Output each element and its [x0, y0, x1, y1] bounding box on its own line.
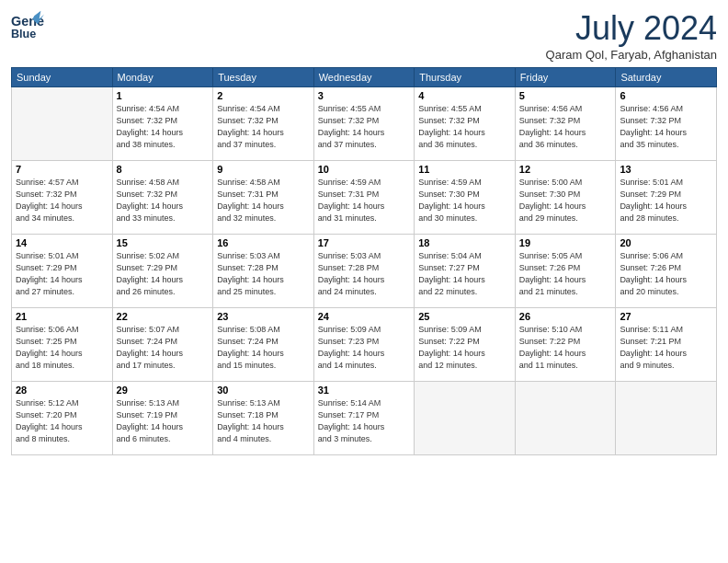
calendar-day-cell: 31Sunrise: 5:14 AM Sunset: 7:17 PM Dayli…	[313, 382, 415, 455]
day-info: Sunrise: 4:56 AM Sunset: 7:32 PM Dayligh…	[519, 103, 612, 151]
day-number: 28	[16, 385, 108, 396]
day-number: 21	[16, 311, 108, 322]
col-tuesday: Tuesday	[213, 68, 314, 87]
day-info: Sunrise: 5:10 AM Sunset: 7:22 PM Dayligh…	[519, 324, 612, 372]
calendar-day-cell: 30Sunrise: 5:13 AM Sunset: 7:18 PM Dayli…	[213, 382, 314, 455]
calendar-day-cell: 6Sunrise: 4:56 AM Sunset: 7:32 PM Daylig…	[616, 87, 717, 161]
day-info: Sunrise: 4:57 AM Sunset: 7:32 PM Dayligh…	[16, 177, 108, 224]
title-area: July 2024 Qaram Qol, Faryab, Afghanistan	[546, 9, 717, 62]
calendar-header-row: Sunday Monday Tuesday Wednesday Thursday…	[12, 68, 717, 87]
day-number: 27	[620, 311, 712, 322]
day-number: 25	[418, 311, 511, 322]
calendar-day-cell: 14Sunrise: 5:01 AM Sunset: 7:29 PM Dayli…	[12, 235, 113, 308]
day-info: Sunrise: 5:12 AM Sunset: 7:20 PM Dayligh…	[16, 397, 108, 445]
day-info: Sunrise: 5:03 AM Sunset: 7:28 PM Dayligh…	[217, 250, 310, 298]
day-number: 10	[318, 164, 411, 175]
calendar-day-cell: 1Sunrise: 4:54 AM Sunset: 7:32 PM Daylig…	[112, 87, 213, 161]
day-info: Sunrise: 5:09 AM Sunset: 7:23 PM Dayligh…	[318, 324, 411, 372]
calendar-day-cell	[616, 382, 717, 455]
day-info: Sunrise: 5:13 AM Sunset: 7:19 PM Dayligh…	[117, 397, 210, 445]
logo: General Blue	[11, 9, 44, 42]
logo-icon: General Blue	[11, 9, 44, 42]
day-number: 1	[117, 90, 210, 101]
day-info: Sunrise: 4:54 AM Sunset: 7:32 PM Dayligh…	[117, 103, 210, 151]
day-number: 8	[117, 164, 210, 175]
day-info: Sunrise: 4:56 AM Sunset: 7:32 PM Dayligh…	[620, 103, 712, 151]
calendar-day-cell	[12, 87, 113, 161]
calendar-day-cell: 29Sunrise: 5:13 AM Sunset: 7:19 PM Dayli…	[112, 382, 213, 455]
day-info: Sunrise: 4:54 AM Sunset: 7:32 PM Dayligh…	[217, 103, 310, 151]
day-number: 2	[217, 90, 310, 101]
calendar-table: Sunday Monday Tuesday Wednesday Thursday…	[11, 67, 717, 455]
day-number: 14	[16, 237, 108, 248]
day-number: 6	[620, 90, 712, 101]
calendar-day-cell	[515, 382, 616, 455]
day-info: Sunrise: 4:58 AM Sunset: 7:32 PM Dayligh…	[117, 177, 210, 224]
calendar-day-cell: 28Sunrise: 5:12 AM Sunset: 7:20 PM Dayli…	[12, 382, 113, 455]
day-number: 9	[217, 164, 310, 175]
day-info: Sunrise: 5:03 AM Sunset: 7:28 PM Dayligh…	[318, 250, 411, 298]
day-number: 3	[318, 90, 411, 101]
calendar-day-cell: 10Sunrise: 4:59 AM Sunset: 7:31 PM Dayli…	[313, 161, 415, 235]
calendar-day-cell: 26Sunrise: 5:10 AM Sunset: 7:22 PM Dayli…	[515, 308, 616, 382]
day-number: 22	[117, 311, 210, 322]
location-subtitle: Qaram Qol, Faryab, Afghanistan	[546, 48, 717, 62]
page-header: General Blue July 2024 Qaram Qol, Faryab…	[11, 9, 717, 62]
day-number: 29	[117, 385, 210, 396]
day-info: Sunrise: 5:01 AM Sunset: 7:29 PM Dayligh…	[16, 250, 108, 298]
day-info: Sunrise: 4:59 AM Sunset: 7:30 PM Dayligh…	[418, 177, 511, 224]
day-number: 11	[418, 164, 511, 175]
day-number: 18	[418, 237, 511, 248]
day-number: 7	[16, 164, 108, 175]
calendar-day-cell: 2Sunrise: 4:54 AM Sunset: 7:32 PM Daylig…	[213, 87, 314, 161]
col-saturday: Saturday	[616, 68, 717, 87]
day-number: 24	[318, 311, 411, 322]
day-number: 12	[519, 164, 612, 175]
col-wednesday: Wednesday	[313, 68, 415, 87]
day-number: 4	[418, 90, 511, 101]
day-number: 23	[217, 311, 310, 322]
calendar-day-cell: 3Sunrise: 4:55 AM Sunset: 7:32 PM Daylig…	[313, 87, 415, 161]
col-sunday: Sunday	[12, 68, 113, 87]
day-number: 16	[217, 237, 310, 248]
day-info: Sunrise: 5:07 AM Sunset: 7:24 PM Dayligh…	[117, 324, 210, 372]
calendar-week-2: 7Sunrise: 4:57 AM Sunset: 7:32 PM Daylig…	[12, 161, 717, 235]
day-info: Sunrise: 5:06 AM Sunset: 7:25 PM Dayligh…	[16, 324, 108, 372]
calendar-day-cell: 12Sunrise: 5:00 AM Sunset: 7:30 PM Dayli…	[515, 161, 616, 235]
day-info: Sunrise: 5:01 AM Sunset: 7:29 PM Dayligh…	[620, 177, 712, 224]
calendar-day-cell: 4Sunrise: 4:55 AM Sunset: 7:32 PM Daylig…	[415, 87, 516, 161]
calendar-week-5: 28Sunrise: 5:12 AM Sunset: 7:20 PM Dayli…	[12, 382, 717, 455]
day-number: 20	[620, 237, 712, 248]
calendar-day-cell: 18Sunrise: 5:04 AM Sunset: 7:27 PM Dayli…	[415, 235, 516, 308]
calendar-day-cell	[415, 382, 516, 455]
calendar-day-cell: 21Sunrise: 5:06 AM Sunset: 7:25 PM Dayli…	[12, 308, 113, 382]
day-number: 5	[519, 90, 612, 101]
day-info: Sunrise: 5:09 AM Sunset: 7:22 PM Dayligh…	[418, 324, 511, 372]
calendar-day-cell: 7Sunrise: 4:57 AM Sunset: 7:32 PM Daylig…	[12, 161, 113, 235]
day-info: Sunrise: 5:04 AM Sunset: 7:27 PM Dayligh…	[418, 250, 511, 298]
calendar-day-cell: 27Sunrise: 5:11 AM Sunset: 7:21 PM Dayli…	[616, 308, 717, 382]
calendar-day-cell: 15Sunrise: 5:02 AM Sunset: 7:29 PM Dayli…	[112, 235, 213, 308]
calendar-day-cell: 23Sunrise: 5:08 AM Sunset: 7:24 PM Dayli…	[213, 308, 314, 382]
day-info: Sunrise: 4:55 AM Sunset: 7:32 PM Dayligh…	[318, 103, 411, 151]
calendar-day-cell: 16Sunrise: 5:03 AM Sunset: 7:28 PM Dayli…	[213, 235, 314, 308]
month-year-title: July 2024	[546, 9, 717, 48]
day-info: Sunrise: 4:55 AM Sunset: 7:32 PM Dayligh…	[418, 103, 511, 151]
calendar-day-cell: 17Sunrise: 5:03 AM Sunset: 7:28 PM Dayli…	[313, 235, 415, 308]
day-number: 26	[519, 311, 612, 322]
day-number: 17	[318, 237, 411, 248]
col-friday: Friday	[515, 68, 616, 87]
col-thursday: Thursday	[415, 68, 516, 87]
calendar-day-cell: 13Sunrise: 5:01 AM Sunset: 7:29 PM Dayli…	[616, 161, 717, 235]
day-number: 30	[217, 385, 310, 396]
calendar-week-3: 14Sunrise: 5:01 AM Sunset: 7:29 PM Dayli…	[12, 235, 717, 308]
calendar-day-cell: 22Sunrise: 5:07 AM Sunset: 7:24 PM Dayli…	[112, 308, 213, 382]
day-info: Sunrise: 5:02 AM Sunset: 7:29 PM Dayligh…	[117, 250, 210, 298]
day-number: 15	[117, 237, 210, 248]
day-info: Sunrise: 5:00 AM Sunset: 7:30 PM Dayligh…	[519, 177, 612, 224]
day-info: Sunrise: 5:08 AM Sunset: 7:24 PM Dayligh…	[217, 324, 310, 372]
day-info: Sunrise: 5:11 AM Sunset: 7:21 PM Dayligh…	[620, 324, 712, 372]
calendar-week-1: 1Sunrise: 4:54 AM Sunset: 7:32 PM Daylig…	[12, 87, 717, 161]
day-info: Sunrise: 4:58 AM Sunset: 7:31 PM Dayligh…	[217, 177, 310, 224]
calendar-day-cell: 24Sunrise: 5:09 AM Sunset: 7:23 PM Dayli…	[313, 308, 415, 382]
